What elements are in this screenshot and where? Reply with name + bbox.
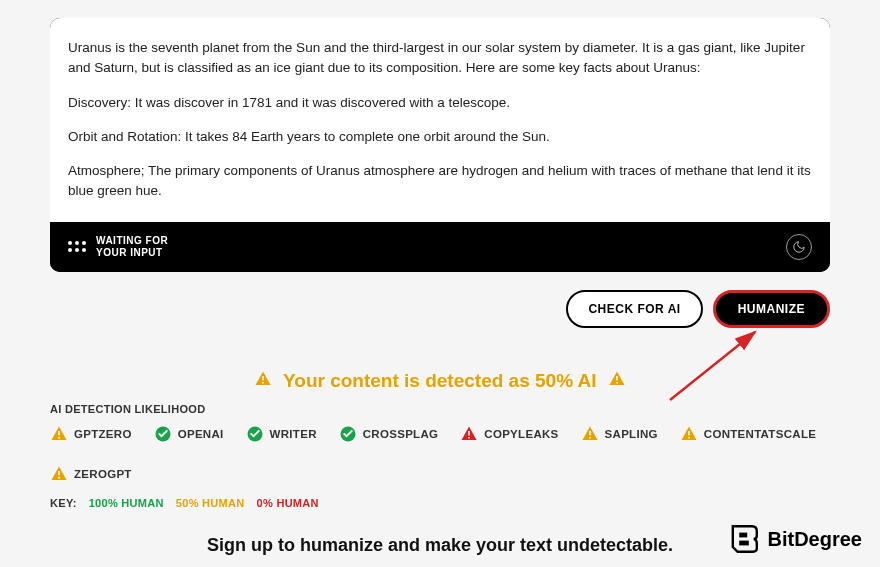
detector-item: COPYLEAKS bbox=[460, 425, 558, 443]
editor-status-bar: WAITING FOR YOUR INPUT bbox=[50, 222, 830, 272]
bitdegree-logo-icon bbox=[728, 523, 760, 555]
dark-mode-toggle[interactable] bbox=[786, 234, 812, 260]
detector-item: GPTZERO bbox=[50, 425, 132, 443]
svg-rect-3 bbox=[616, 382, 618, 384]
svg-rect-0 bbox=[262, 376, 264, 381]
warning-icon bbox=[254, 370, 272, 393]
detector-label: ZEROGPT bbox=[74, 468, 132, 480]
svg-rect-5 bbox=[58, 437, 60, 439]
key-item: 0% HUMAN bbox=[257, 497, 319, 509]
check-circle-icon bbox=[339, 425, 357, 443]
detector-item: CROSSPLAG bbox=[339, 425, 439, 443]
brand-name: BitDegree bbox=[768, 528, 862, 551]
editor-paragraph: Discovery: It was discover in 1781 and i… bbox=[68, 93, 812, 113]
key-item: 100% HUMAN bbox=[89, 497, 164, 509]
detection-headline-text: Your content is detected as 50% AI bbox=[283, 370, 597, 391]
warning-icon bbox=[680, 425, 698, 443]
detector-label: CONTENTATSCALE bbox=[704, 428, 816, 440]
check-for-ai-button[interactable]: CHECK FOR AI bbox=[566, 290, 702, 328]
editor-paragraph: Atmosphere; The primary components of Ur… bbox=[68, 161, 812, 202]
check-circle-icon bbox=[246, 425, 264, 443]
detector-item: CONTENTATSCALE bbox=[680, 425, 816, 443]
editor-card: Uranus is the seventh planet from the Su… bbox=[50, 18, 830, 272]
editor-paragraph: Orbit and Rotation: It takes 84 Earth ye… bbox=[68, 127, 812, 147]
warning-icon bbox=[50, 425, 68, 443]
likelihood-label: AI DETECTION LIKELIHOOD bbox=[50, 403, 830, 415]
key-label: KEY: bbox=[50, 497, 77, 509]
check-circle-icon bbox=[154, 425, 172, 443]
actions-row: CHECK FOR AI HUMANIZE bbox=[50, 290, 830, 328]
humanize-button[interactable]: HUMANIZE bbox=[713, 290, 830, 328]
detector-item: OPENAI bbox=[154, 425, 224, 443]
svg-rect-15 bbox=[58, 471, 60, 476]
warning-icon bbox=[581, 425, 599, 443]
detector-item: WRITER bbox=[246, 425, 317, 443]
svg-rect-1 bbox=[262, 382, 264, 384]
svg-rect-10 bbox=[469, 437, 471, 439]
signup-cta: Sign up to humanize and make your text u… bbox=[50, 535, 830, 556]
svg-rect-9 bbox=[469, 431, 471, 436]
editor-paragraph: Uranus is the seventh planet from the Su… bbox=[68, 38, 812, 79]
svg-rect-14 bbox=[688, 437, 690, 439]
warning-icon bbox=[50, 465, 68, 483]
svg-rect-4 bbox=[58, 431, 60, 436]
svg-rect-2 bbox=[616, 376, 618, 381]
brand-watermark: BitDegree bbox=[728, 523, 862, 555]
svg-rect-11 bbox=[589, 431, 591, 436]
svg-rect-19 bbox=[739, 541, 749, 546]
svg-rect-13 bbox=[688, 431, 690, 436]
warning-icon bbox=[460, 425, 478, 443]
detector-label: CROSSPLAG bbox=[363, 428, 439, 440]
svg-rect-12 bbox=[589, 437, 591, 439]
detector-item: SAPLING bbox=[581, 425, 658, 443]
detector-label: COPYLEAKS bbox=[484, 428, 558, 440]
svg-rect-16 bbox=[58, 477, 60, 479]
warning-icon bbox=[608, 370, 626, 393]
status-text: WAITING FOR YOUR INPUT bbox=[96, 235, 168, 259]
detector-label: GPTZERO bbox=[74, 428, 132, 440]
grid-icon bbox=[68, 241, 86, 252]
key-item: 50% HUMAN bbox=[176, 497, 245, 509]
key-row: KEY: 100% HUMAN 50% HUMAN 0% HUMAN bbox=[50, 497, 830, 509]
detector-label: WRITER bbox=[270, 428, 317, 440]
svg-rect-18 bbox=[739, 533, 747, 538]
detector-label: OPENAI bbox=[178, 428, 224, 440]
detector-item: ZEROGPT bbox=[50, 465, 132, 483]
editor-textarea[interactable]: Uranus is the seventh planet from the Su… bbox=[50, 18, 830, 222]
detector-label: SAPLING bbox=[605, 428, 658, 440]
detection-headline: Your content is detected as 50% AI bbox=[50, 370, 830, 393]
moon-icon bbox=[792, 240, 806, 254]
detectors-row: GPTZEROOPENAIWRITERCROSSPLAGCOPYLEAKSSAP… bbox=[50, 425, 830, 483]
